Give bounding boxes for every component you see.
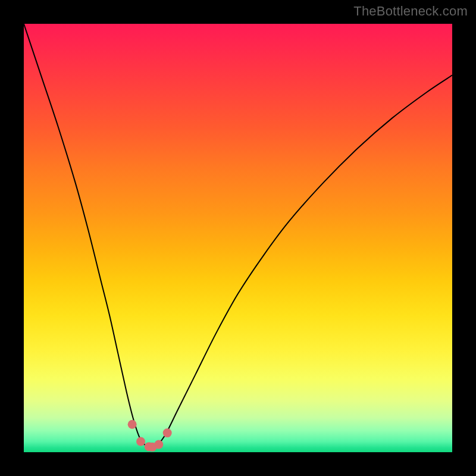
chart-frame: TheBottleneck.com — [0, 0, 476, 476]
plot-area — [24, 24, 452, 452]
curve-dots-group — [128, 420, 172, 452]
bottleneck-curve — [24, 24, 452, 452]
curve-dot — [128, 420, 137, 429]
curve-dot — [163, 428, 172, 437]
curve-dot — [154, 440, 163, 449]
curve-path — [24, 24, 452, 448]
curve-dot — [136, 437, 145, 446]
watermark-text: TheBottleneck.com — [353, 4, 468, 19]
